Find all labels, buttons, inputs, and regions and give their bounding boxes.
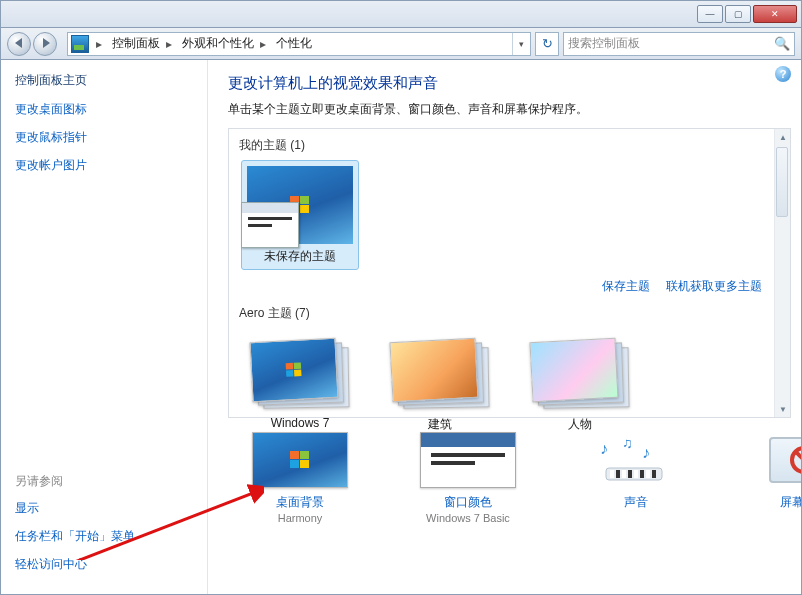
- chevron-right-icon: ▸: [256, 37, 270, 51]
- sound-icon: ♪♫♪: [588, 432, 684, 488]
- desktop-background-icon: [252, 432, 348, 488]
- scrollbar[interactable]: ▲ ▼: [774, 129, 790, 417]
- window-title-bar: — ▢ ✕: [0, 0, 802, 27]
- tile-sublabel: Harmony: [252, 512, 348, 524]
- theme-item-unsaved[interactable]: 未保存的主题: [241, 160, 359, 270]
- scroll-up-button[interactable]: ▲: [775, 129, 791, 145]
- breadcrumb[interactable]: ▸ 控制面板 ▸ 外观和个性化 ▸ 个性化 ▾: [67, 32, 531, 56]
- tile-sounds[interactable]: ♪♫♪ 声音: [588, 432, 684, 524]
- group-my-themes: 我的主题 (1): [239, 137, 782, 154]
- sidebar-heading[interactable]: 控制面板主页: [15, 72, 207, 89]
- scroll-thumb[interactable]: [776, 147, 788, 217]
- sidebar-link-desktop-icons[interactable]: 更改桌面图标: [15, 101, 207, 118]
- mini-window-icon: [241, 202, 299, 248]
- back-button[interactable]: [7, 32, 31, 56]
- tile-screensaver[interactable]: 屏幕保护: [756, 432, 801, 524]
- close-button[interactable]: ✕: [753, 5, 797, 23]
- crumb-appearance[interactable]: 外观和个性化: [176, 35, 256, 52]
- sidebar: 控制面板主页 更改桌面图标 更改鼠标指针 更改帐户图片 另请参阅 显示 任务栏和…: [1, 60, 207, 594]
- tile-label: 声音: [588, 494, 684, 511]
- theme-name: 未保存的主题: [246, 248, 354, 265]
- svg-text:♫: ♫: [622, 435, 633, 451]
- svg-rect-9: [640, 470, 644, 478]
- screensaver-icon: [756, 432, 801, 488]
- svg-rect-5: [616, 470, 620, 478]
- page-subtitle: 单击某个主题立即更改桌面背景、窗口颜色、声音和屏幕保护程序。: [228, 101, 791, 118]
- svg-rect-10: [646, 470, 650, 478]
- refresh-button[interactable]: ↻: [535, 32, 559, 56]
- theme-action-links: 保存主题 联机获取更多主题: [237, 278, 762, 295]
- tile-label: 桌面背景: [252, 494, 348, 511]
- control-panel-icon: [71, 35, 89, 53]
- tile-desktop-background[interactable]: 桌面背景 Harmony: [252, 432, 348, 524]
- tile-window-color[interactable]: 窗口颜色 Windows 7 Basic: [420, 432, 516, 524]
- scroll-down-button[interactable]: ▼: [775, 401, 791, 417]
- sidebar-link-ease-of-access[interactable]: 轻松访问中心: [15, 556, 207, 573]
- maximize-button[interactable]: ▢: [725, 5, 751, 23]
- address-bar: ▸ 控制面板 ▸ 外观和个性化 ▸ 个性化 ▾ ↻ 搜索控制面板 🔍: [0, 27, 802, 60]
- link-get-more-themes[interactable]: 联机获取更多主题: [666, 278, 762, 295]
- svg-rect-4: [610, 470, 614, 478]
- svg-text:♪: ♪: [600, 440, 608, 457]
- svg-text:♪: ♪: [642, 444, 650, 461]
- theme-item-characters[interactable]: 人物: [521, 328, 639, 438]
- theme-name: Windows 7: [246, 416, 354, 430]
- sidebar-link-mouse-pointers[interactable]: 更改鼠标指针: [15, 129, 207, 146]
- sidebar-link-display[interactable]: 显示: [15, 500, 207, 517]
- svg-rect-7: [628, 470, 632, 478]
- tile-label: 窗口颜色: [420, 494, 516, 511]
- tile-sublabel: Windows 7 Basic: [420, 512, 516, 524]
- crumb-personalization[interactable]: 个性化: [270, 35, 314, 52]
- tile-label: 屏幕保护: [756, 494, 801, 511]
- search-icon: 🔍: [774, 36, 790, 51]
- group-aero-themes: Aero 主题 (7): [239, 305, 782, 322]
- crumb-root[interactable]: 控制面板: [106, 35, 162, 52]
- sidebar-seealso-heading: 另请参阅: [15, 473, 207, 490]
- main-area: 控制面板主页 更改桌面图标 更改鼠标指针 更改帐户图片 另请参阅 显示 任务栏和…: [0, 60, 802, 595]
- chevron-right-icon: ▸: [162, 37, 176, 51]
- help-icon[interactable]: ?: [775, 66, 791, 82]
- link-save-theme[interactable]: 保存主题: [602, 278, 650, 295]
- settings-row: 桌面背景 Harmony 窗口颜色 Windows 7 Basic ♪♫♪ 声音: [228, 432, 791, 524]
- svg-rect-8: [634, 470, 638, 478]
- svg-rect-6: [622, 470, 626, 478]
- sidebar-link-taskbar-start[interactable]: 任务栏和「开始」菜单: [15, 528, 207, 545]
- theme-item-architecture[interactable]: 建筑: [381, 328, 499, 438]
- search-input[interactable]: 搜索控制面板 🔍: [563, 32, 795, 56]
- page-title: 更改计算机上的视觉效果和声音: [228, 74, 791, 93]
- search-placeholder: 搜索控制面板: [568, 35, 640, 52]
- svg-rect-11: [652, 470, 656, 478]
- minimize-button[interactable]: —: [697, 5, 723, 23]
- chevron-right-icon: ▸: [92, 37, 106, 51]
- breadcrumb-dropdown[interactable]: ▾: [512, 33, 530, 55]
- window-color-icon: [420, 432, 516, 488]
- theme-name: 人物: [526, 416, 634, 433]
- forward-button[interactable]: [33, 32, 57, 56]
- theme-name: 建筑: [386, 416, 494, 433]
- theme-item-windows7[interactable]: Windows 7: [241, 328, 359, 438]
- content-pane: ? 更改计算机上的视觉效果和声音 单击某个主题立即更改桌面背景、窗口颜色、声音和…: [207, 60, 801, 594]
- sidebar-link-account-picture[interactable]: 更改帐户图片: [15, 157, 207, 174]
- nav-buttons: [7, 31, 63, 57]
- themes-listbox: ▲ ▼ 我的主题 (1) 未保存的主题: [228, 128, 791, 418]
